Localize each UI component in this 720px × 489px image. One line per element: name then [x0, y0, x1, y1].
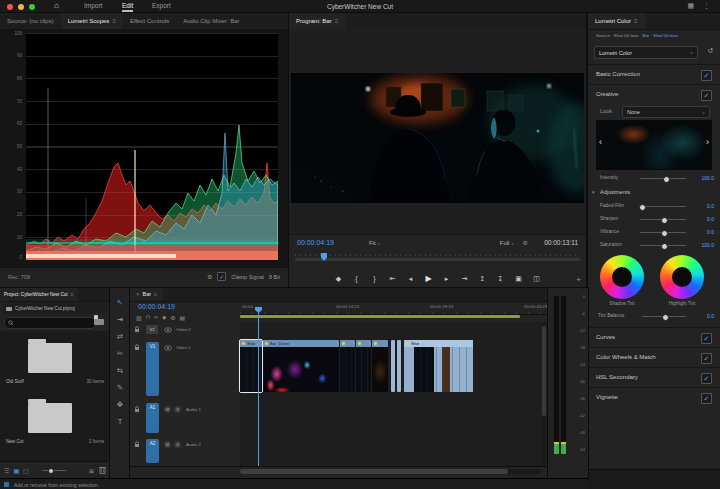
look-preview-thumbnail[interactable]: [596, 120, 712, 170]
panel-menu-icon[interactable]: ≡: [112, 18, 116, 24]
razor-tool[interactable]: ✂: [110, 345, 130, 362]
saturation-value[interactable]: 100.0: [688, 242, 714, 248]
timeline-v-scrollbar[interactable]: [542, 322, 546, 466]
slider-knob[interactable]: [662, 314, 669, 321]
program-video-frame[interactable]: [291, 73, 584, 203]
snap-icon[interactable]: ∪: [146, 314, 150, 321]
hand-tool[interactable]: ✥: [110, 396, 130, 413]
new-bin-icon[interactable]: ⊞: [89, 467, 94, 474]
program-position-timecode[interactable]: 00:00:04:19: [297, 239, 334, 246]
clip-bar-drone[interactable]: Bar_Drone: [263, 340, 339, 392]
scrollbar-thumb[interactable]: [240, 469, 508, 474]
playback-resolution-dropdown[interactable]: Full ∨: [500, 240, 514, 246]
clip-dark-3[interactable]: [372, 340, 388, 392]
effect-dropdown[interactable]: Lumetri Color ∨: [594, 46, 698, 59]
lock-icon[interactable]: [134, 406, 140, 413]
section-curves[interactable]: Curves ✓: [588, 331, 720, 345]
tab-lumetri-scopes[interactable]: Lumetri Scopes≡: [61, 13, 123, 30]
slider-knob[interactable]: [661, 243, 668, 250]
intensity-slider[interactable]: [640, 178, 686, 179]
track-a2-target[interactable]: A2: [146, 439, 159, 463]
kebab-menu-icon[interactable]: ⋮: [703, 2, 710, 10]
track-v2-target[interactable]: V2: [146, 325, 158, 334]
tint-balance-value[interactable]: 0.0: [688, 313, 714, 319]
timeline-playhead[interactable]: [258, 307, 259, 466]
bin-old-stuff-icon[interactable]: [28, 343, 72, 373]
clip-dark-2[interactable]: [356, 340, 371, 392]
adjustments-header[interactable]: ▾ Adjustments: [588, 187, 720, 198]
track-v1-target[interactable]: V1: [146, 342, 159, 396]
prev-look-icon[interactable]: ‹: [599, 137, 602, 147]
lumetri-source-label[interactable]: Source · Shot 04.mov: [596, 33, 638, 43]
solo-button[interactable]: S: [174, 406, 181, 413]
hsl-secondary-checkbox[interactable]: ✓: [701, 373, 712, 384]
vignette-checkbox[interactable]: ✓: [701, 393, 712, 404]
panel-menu-icon[interactable]: ≡: [634, 18, 638, 24]
vibrance-value[interactable]: 0.0: [688, 229, 714, 235]
section-creative[interactable]: Creative ✓: [588, 88, 720, 102]
program-settings-icon[interactable]: ⚙: [523, 239, 528, 246]
slip-tool[interactable]: ⇆: [110, 362, 130, 379]
tab-timeline-bar[interactable]: × Bar ≡: [130, 288, 163, 302]
tint-balance-slider[interactable]: [642, 316, 686, 317]
toggle-track-output-icon[interactable]: [164, 345, 172, 351]
freeform-view-icon[interactable]: ▢: [23, 467, 29, 474]
slider-knob[interactable]: [639, 204, 646, 211]
slider-knob[interactable]: [661, 217, 668, 224]
add-marker-button[interactable]: ◆: [332, 272, 345, 285]
lock-icon[interactable]: [134, 441, 140, 448]
lock-icon[interactable]: [134, 344, 140, 351]
step-back-button[interactable]: ◂: [404, 272, 417, 285]
tab-audio-clip-mixer[interactable]: Audio Clip Mixer: Bar: [176, 13, 246, 29]
close-icon[interactable]: ×: [136, 291, 140, 297]
clip-dark-1[interactable]: [340, 340, 355, 392]
timeline-settings-icon[interactable]: ⚙: [170, 314, 175, 321]
intensity-value[interactable]: 100.0: [688, 175, 714, 181]
timeline-ruler[interactable]: 00:00 00:00:14:23 00:00:29:23 00:00:44:2…: [240, 301, 548, 315]
extract-button[interactable]: ↧: [494, 272, 507, 285]
linked-selection-icon[interactable]: ∞: [154, 314, 158, 320]
zoom-window-button[interactable]: [29, 4, 35, 10]
saturation-slider[interactable]: [640, 245, 686, 246]
track-a1-lane[interactable]: [240, 400, 548, 437]
lock-icon[interactable]: [134, 326, 140, 333]
sharpen-slider[interactable]: [640, 219, 686, 220]
mark-out-button[interactable]: }: [368, 272, 381, 285]
tab-effect-controls[interactable]: Effect Controls: [123, 13, 176, 29]
insert-overwrite-icon[interactable]: ▥: [136, 314, 142, 321]
basic-correction-checkbox[interactable]: ✓: [701, 70, 712, 81]
timeline-position-timecode[interactable]: 00:00:04:19: [138, 303, 175, 310]
section-color-wheels[interactable]: Color Wheels & Match ✓: [588, 351, 720, 365]
type-tool[interactable]: T: [110, 413, 130, 430]
scrollbar-thumb[interactable]: [542, 326, 546, 416]
mark-in-button[interactable]: {: [350, 272, 363, 285]
scope-settings-icon[interactable]: ⚙: [207, 273, 212, 280]
close-window-button[interactable]: [7, 4, 13, 10]
next-look-icon[interactable]: ›: [706, 137, 709, 147]
vibrance-slider[interactable]: [640, 232, 686, 233]
nav-export[interactable]: Export: [152, 2, 171, 10]
section-vignette[interactable]: Vignette ✓: [588, 391, 720, 405]
track-a2-lane[interactable]: [240, 436, 548, 467]
list-view-icon[interactable]: ☰: [4, 467, 9, 474]
section-hsl-secondary[interactable]: HSL Secondary ✓: [588, 371, 720, 385]
lumetri-clip-label[interactable]: Bar · Shot 04.mov: [642, 33, 677, 43]
project-path-row[interactable]: CyberWitcher New Cut.prproj: [3, 303, 107, 314]
comparison-view-button[interactable]: ◫: [530, 272, 543, 285]
timeline-h-scrollbar[interactable]: [240, 469, 540, 474]
mute-button[interactable]: M: [164, 406, 171, 413]
track-select-tool[interactable]: ⇥: [110, 311, 130, 328]
color-wheels-checkbox[interactable]: ✓: [701, 353, 712, 364]
creative-checkbox[interactable]: ✓: [701, 90, 712, 101]
nav-import[interactable]: Import: [84, 2, 102, 10]
highlight-tint-wheel[interactable]: [660, 255, 704, 299]
project-search-box[interactable]: [4, 317, 96, 329]
section-basic-correction[interactable]: Basic Correction ✓: [588, 68, 720, 82]
track-v1-lane[interactable]: Shot Bar_Drone Shot: [240, 338, 548, 401]
mute-button[interactable]: M: [164, 441, 171, 448]
slider-knob[interactable]: [663, 176, 670, 183]
bin-new-cut-icon[interactable]: [28, 403, 72, 433]
clamp-signal-checkbox[interactable]: ✓: [217, 272, 226, 281]
faded-film-slider[interactable]: [640, 206, 686, 207]
fit-dropdown[interactable]: Fit ∨: [369, 240, 380, 246]
